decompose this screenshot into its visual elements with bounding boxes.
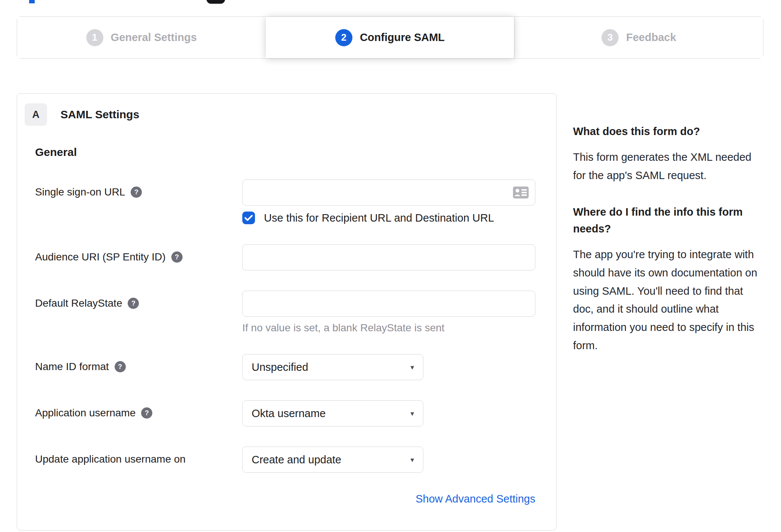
application-username-row: Application username ? Okta username ▾ [35,400,538,426]
audience-uri-row: Audience URI (SP Entity ID) ? [35,244,538,270]
recipient-url-checkbox-label[interactable]: Use this for Recipient URL and Destinati… [264,212,494,224]
recipient-url-checkbox-row: Use this for Recipient URL and Destinati… [242,212,535,224]
section-a-badge: A [25,103,47,126]
sso-url-input[interactable] [242,179,535,206]
checkmark-icon [245,215,253,221]
update-username-select[interactable]: Create and update ▾ [242,447,423,473]
chevron-down-icon: ▾ [410,456,414,464]
help-icon[interactable]: ? [131,187,142,198]
sso-url-row: Single sign-on URL ? [35,179,538,224]
update-username-label: Update application username on [35,453,186,466]
cutoff-blue-icon [29,0,35,3]
audience-uri-label: Audience URI (SP Entity ID) [35,250,166,264]
sidebar-heading-what: What does this form do? [573,123,763,140]
step-label: Configure SAML [360,31,445,44]
saml-settings-panel: A SAML Settings General Single sign-on U… [17,93,557,531]
recipient-url-checkbox[interactable] [242,212,255,224]
relay-state-helper: If no value is set, a blank RelayState i… [242,322,535,334]
sso-url-label: Single sign-on URL [35,185,125,199]
relay-state-row: Default RelayState ? If no value is set,… [35,291,538,334]
step-label: Feedback [626,31,676,44]
sidebar-heading-where: Where do I find the info this form needs… [573,204,763,237]
help-sidebar: What does this form do? This form genera… [573,123,763,374]
help-icon[interactable]: ? [128,298,139,309]
help-icon[interactable]: ? [115,361,126,372]
chevron-down-icon: ▾ [410,409,414,418]
chevron-down-icon: ▾ [410,363,414,372]
sidebar-paragraph-where: The app you're trying to integrate with … [573,245,763,354]
relay-state-label: Default RelayState [35,297,122,310]
audience-uri-input[interactable] [242,244,535,270]
show-advanced-settings-link[interactable]: Show Advanced Settings [416,493,535,505]
section-title: SAML Settings [60,108,139,121]
update-username-row: Update application username on Create an… [35,447,538,473]
relay-state-input[interactable] [242,291,535,317]
step-number-badge: 3 [601,29,619,46]
contact-card-icon[interactable] [513,187,529,198]
application-username-label: Application username [35,406,136,420]
step-configure-saml[interactable]: 2 Configure SAML [266,17,514,58]
step-number-badge: 2 [335,29,352,46]
name-id-format-label: Name ID format [35,360,109,373]
saml-form: Single sign-on URL ? [35,179,538,505]
sidebar-paragraph-what: This form generates the XML needed for t… [573,148,763,184]
wizard-stepper: 1 General Settings 2 Configure SAML 3 Fe… [17,16,763,59]
help-icon[interactable]: ? [141,407,152,419]
step-general-settings[interactable]: 1 General Settings [17,17,266,58]
general-group-heading: General [35,146,556,159]
cutoff-dark-icon [206,0,225,4]
name-id-format-select[interactable]: Unspecified ▾ [242,354,423,380]
step-label: General Settings [111,31,197,44]
section-header: A SAML Settings [25,103,556,126]
name-id-format-row: Name ID format ? Unspecified ▾ [35,354,538,380]
step-number-badge: 1 [86,29,103,46]
application-username-select[interactable]: Okta username ▾ [242,400,423,426]
help-icon[interactable]: ? [171,251,183,263]
step-feedback[interactable]: 3 Feedback [514,17,763,58]
